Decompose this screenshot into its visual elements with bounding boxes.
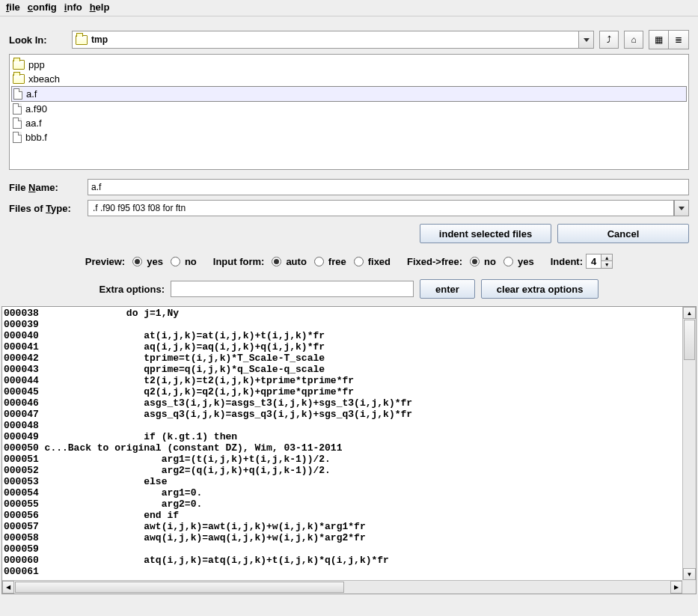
fixed2free-yes-radio[interactable] bbox=[503, 257, 513, 266]
fixed2free-label: Fixed->free: bbox=[407, 256, 462, 267]
code-line: 000046 asgs_t3(i,j,k)=asgs_t3(i,j,k)+sgs… bbox=[4, 397, 681, 409]
code-line: 000040 at(i,j,k)=at(i,j,k)+t(i,j,k)*fr bbox=[4, 330, 681, 341]
file-list[interactable]: pppxbeacha.fa.f90aa.fbbb.f bbox=[9, 54, 689, 170]
spinner-up-icon[interactable]: ▲ bbox=[601, 254, 612, 261]
scrollbar-thumb[interactable] bbox=[15, 582, 344, 593]
filename-label: File Name: bbox=[9, 182, 88, 193]
file-dialog: Look In: tmp ⤴ ⌂ ▦ ≣ pppxbeacha.fa.f90aa… bbox=[0, 16, 698, 306]
file-entry[interactable]: aa.f bbox=[11, 116, 687, 130]
up-icon: ⤴ bbox=[607, 35, 611, 44]
filename-input[interactable] bbox=[88, 179, 689, 195]
code-line: 000049 if (k.gt.1) then bbox=[4, 431, 681, 442]
filetype-label: Files of Type: bbox=[9, 203, 88, 214]
indent-spinner[interactable]: 4 ▲▼ bbox=[586, 254, 613, 269]
filetype-select[interactable]: .f .f90 f95 f03 f08 for ftn bbox=[88, 200, 674, 216]
code-line: 000047 asgs_q3(i,j,k)=asgs_q3(i,j,k)+sgs… bbox=[4, 409, 681, 420]
code-line: 000059 bbox=[4, 543, 681, 555]
code-line: 000060 atq(i,j,k)=atq(i,j,k)+t(i,j,k)*q(… bbox=[4, 555, 681, 566]
up-folder-button[interactable]: ⤴ bbox=[599, 31, 619, 49]
preview-group: Preview: yes no bbox=[85, 256, 197, 267]
grid-icon: ▦ bbox=[655, 35, 663, 44]
chevron-down-icon[interactable] bbox=[674, 200, 689, 216]
code-line: 000052 arg2=(q(i,j,k)+q(i,j,k-1))/2. bbox=[4, 465, 681, 476]
inputform-fixed-radio[interactable] bbox=[354, 257, 364, 266]
scroll-down-icon[interactable]: ▼ bbox=[683, 568, 696, 580]
chevron-down-icon[interactable] bbox=[578, 31, 593, 48]
fixed2free-no-radio[interactable] bbox=[470, 257, 480, 266]
file-entry-name: aa.f bbox=[25, 118, 42, 129]
code-line: 000044 t2(i,j,k)=t2(i,j,k)+tprime*tprime… bbox=[4, 375, 681, 386]
code-line: 000048 bbox=[4, 420, 681, 431]
menu-file[interactable]: file bbox=[6, 1, 20, 13]
inputform-group: Input form: auto free fixed bbox=[213, 256, 391, 267]
fixed2free-group: Fixed->free: no yes bbox=[407, 256, 534, 267]
filetype-value: .f .f90 f95 f03 f08 for ftn bbox=[93, 203, 186, 213]
code-line: 000058 awq(i,j,k)=awq(i,j,k)+w(i,j,k)*ar… bbox=[4, 532, 681, 543]
vertical-scrollbar[interactable]: ▲ ▼ bbox=[682, 307, 696, 580]
file-entry[interactable]: xbeach bbox=[11, 72, 687, 86]
view-list-button[interactable]: ≣ bbox=[669, 31, 688, 49]
menu-info[interactable]: info bbox=[64, 1, 82, 13]
indent-group: Indent: 4 ▲▼ bbox=[551, 254, 613, 269]
file-entry[interactable]: a.f bbox=[11, 86, 687, 102]
scrollbar-corner bbox=[682, 580, 696, 594]
code-line: 000045 q2(i,j,k)=q2(i,j,k)+qprime*qprime… bbox=[4, 386, 681, 397]
folder-icon bbox=[76, 35, 88, 45]
code-preview: 000038 do j=1,Ny000039000040 at(i,j,k)=a… bbox=[1, 306, 697, 594]
menubar: file config info help bbox=[0, 0, 698, 16]
home-button[interactable]: ⌂ bbox=[624, 31, 643, 49]
extra-input[interactable] bbox=[171, 281, 414, 297]
file-entry[interactable]: bbb.f bbox=[11, 130, 687, 144]
file-icon bbox=[13, 103, 22, 115]
spinner-down-icon[interactable]: ▼ bbox=[601, 261, 612, 268]
inputform-auto-radio[interactable] bbox=[272, 257, 281, 266]
code-line: 000042 tprime=t(i,j,k)*T_Scale-T_scale bbox=[4, 353, 681, 364]
enter-button[interactable]: enter bbox=[420, 279, 475, 299]
file-icon bbox=[13, 88, 22, 100]
scrollbar-thumb[interactable] bbox=[684, 320, 695, 360]
code-line: 000038 do j=1,Ny bbox=[4, 308, 681, 319]
folder-icon bbox=[13, 74, 25, 84]
code-line: 000053 else bbox=[4, 476, 681, 487]
file-entry-name: xbeach bbox=[28, 73, 60, 85]
preview-label: Preview: bbox=[85, 256, 125, 267]
file-entry[interactable]: ppp bbox=[11, 58, 687, 72]
inputform-label: Input form: bbox=[213, 256, 265, 267]
menu-config[interactable]: config bbox=[28, 1, 57, 13]
indent-button[interactable]: indent selected files bbox=[420, 224, 551, 243]
code-line: 000061 bbox=[4, 566, 681, 577]
preview-no-radio[interactable] bbox=[171, 257, 180, 266]
list-icon: ≣ bbox=[675, 35, 682, 44]
menu-help[interactable]: help bbox=[90, 1, 110, 13]
code-line: 000050 c...Back to original (constant DZ… bbox=[4, 442, 681, 454]
file-entry-name: ppp bbox=[28, 59, 45, 70]
scroll-up-icon[interactable]: ▲ bbox=[683, 307, 696, 319]
code-line: 000039 bbox=[4, 319, 681, 330]
code-line: 000057 awt(i,j,k)=awt(i,j,k)+w(i,j,k)*ar… bbox=[4, 521, 681, 532]
view-icons-button[interactable]: ▦ bbox=[649, 31, 669, 49]
file-entry[interactable]: a.f90 bbox=[11, 102, 687, 116]
file-entry-name: a.f bbox=[26, 88, 37, 100]
code-line: 000043 qprime=q(i,j,k)*q_Scale-q_scale bbox=[4, 364, 681, 375]
preview-yes-radio[interactable] bbox=[132, 257, 142, 266]
file-entry-name: bbb.f bbox=[25, 132, 47, 143]
code-line: 000054 arg1=0. bbox=[4, 487, 681, 498]
scroll-right-icon[interactable]: ▶ bbox=[670, 581, 682, 594]
inputform-free-radio[interactable] bbox=[314, 257, 324, 266]
code-line: 000056 end if bbox=[4, 510, 681, 521]
file-icon bbox=[13, 132, 22, 143]
code-line: 000055 arg2=0. bbox=[4, 498, 681, 510]
horizontal-scrollbar[interactable]: ◀ ▶ bbox=[2, 580, 682, 594]
home-icon: ⌂ bbox=[631, 35, 636, 44]
file-icon bbox=[13, 118, 22, 129]
cancel-button[interactable]: Cancel bbox=[557, 224, 689, 243]
code-line: 000041 aq(i,j,k)=aq(i,j,k)+q(i,j,k)*fr bbox=[4, 341, 681, 353]
clear-button[interactable]: clear extra options bbox=[481, 279, 599, 299]
scroll-left-icon[interactable]: ◀ bbox=[2, 581, 14, 594]
extra-label: Extra options: bbox=[100, 284, 165, 295]
indent-value: 4 bbox=[587, 256, 601, 267]
file-entry-name: a.f90 bbox=[25, 103, 47, 115]
lookin-combobox[interactable]: tmp bbox=[72, 31, 594, 49]
folder-icon bbox=[13, 60, 25, 70]
lookin-value: tmp bbox=[91, 34, 108, 45]
